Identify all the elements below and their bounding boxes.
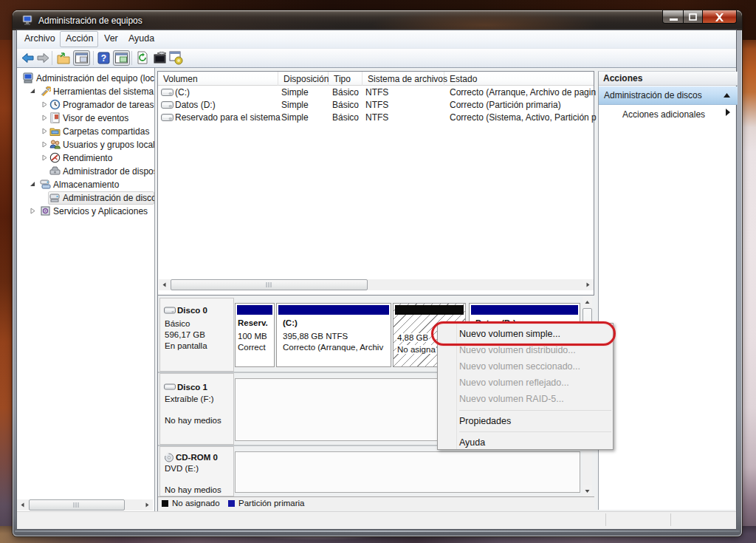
svg-text:?: ?	[101, 53, 106, 64]
